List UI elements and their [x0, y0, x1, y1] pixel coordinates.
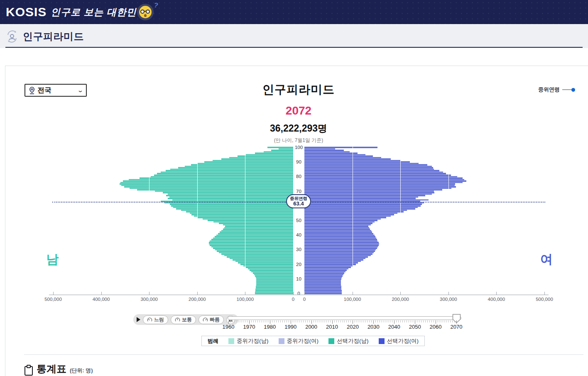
timeline-tick: [373, 320, 374, 324]
pyramid-bar-male-age-12: [255, 275, 293, 277]
timeline-tick: [402, 320, 403, 322]
pyramid-bar-male-age-37: [211, 239, 293, 240]
pyramid-bar-male-age-29: [217, 250, 293, 252]
speed-fast-button[interactable]: 빠름: [198, 315, 224, 324]
location-pin-icon: [29, 87, 35, 94]
population-pyramid-chart: 0102030405060708090100 중위연령 63.4 500,000…: [53, 146, 544, 294]
pyramid-bar-male-age-84: [166, 170, 293, 171]
pyramid-bar-female-age-25: [304, 256, 368, 258]
pyramid-bar-male-age-16: [250, 269, 293, 271]
age-tick-label: 0: [293, 291, 304, 296]
gauge-icon: [203, 317, 208, 322]
timeline-tick: [338, 320, 339, 322]
pyramid-bar-male-age-53: [194, 215, 293, 217]
pyramid-bar-male-age-80: [151, 176, 293, 178]
timeline-tick: [251, 320, 252, 322]
timeline-tick: [448, 320, 448, 322]
pyramid-bar-female-age-75: [304, 183, 455, 185]
pyramid-bar-female-age-89: [304, 163, 419, 164]
pyramid-bar-male-age-56: [186, 211, 293, 212]
pyramid-bar-male-age-93: [229, 157, 293, 159]
pyramid-bar-male-age-50: [208, 220, 293, 221]
timeline-tick: [243, 320, 243, 322]
pyramid-bar-female-age-8: [304, 281, 341, 283]
pyramid-bar-female-age-87: [304, 166, 432, 167]
timeline-tick: [388, 320, 388, 322]
pyramid-bar-male-age-65: [168, 198, 293, 199]
play-button[interactable]: [137, 317, 140, 322]
pyramid-bar-male-age-85: [170, 168, 293, 170]
pyramid-bar-male-age-44: [223, 228, 293, 230]
speed-normal-button[interactable]: 보통: [171, 315, 196, 324]
pyramid-bar-male-age-81: [154, 174, 293, 176]
pyramid-bar-male-age-98: [271, 149, 293, 151]
x-axis-tick: [544, 292, 545, 295]
timeline-tick: [404, 320, 405, 322]
timeline-tick: [390, 320, 390, 322]
timeline-tick: [282, 320, 283, 322]
pyramid-bar-female-age-37: [304, 239, 377, 240]
pyramid-bar-male-age-11: [256, 277, 293, 278]
pyramid-bar-male-age-94: [238, 155, 293, 157]
timeline-year-label: 2010: [323, 324, 341, 330]
pyramid-bar-male-age-66: [169, 196, 293, 198]
pyramid-bar-male-age-90: [204, 161, 293, 163]
timeline-year-label: 1990: [282, 324, 300, 330]
pyramid-bar-female-age-69: [304, 192, 434, 193]
pyramid-bar-female-age-46: [304, 225, 368, 227]
legend-title: 범례: [208, 337, 218, 345]
pyramid-bar-male-age-7: [256, 283, 293, 284]
timeline-tick: [334, 320, 335, 322]
pyramid-bar-female-age-53: [304, 215, 391, 217]
pyramid-bar-male-age-75: [120, 183, 293, 185]
pyramid-bar-male-age-47: [223, 224, 293, 226]
pyramid-bar-male-age-33: [210, 244, 293, 246]
pyramid-bar-male-age-27: [221, 253, 293, 255]
pyramid-bar-male-age-87: [185, 166, 293, 167]
x-axis-label: 500,000: [530, 297, 559, 302]
pyramid-bar-male-age-13: [254, 274, 293, 276]
kosis-logo[interactable]: KOSIS: [6, 5, 47, 19]
timeline-year-label: 2050: [406, 324, 424, 330]
timeline-tick: [230, 320, 231, 322]
timeline-tick: [350, 320, 351, 322]
pyramid-bar-female-age-11: [304, 277, 342, 278]
chevron-down-icon: ⌄: [77, 87, 83, 93]
pyramid-bar-female-age-39: [304, 236, 375, 237]
pyramid-bar-female-age-70: [304, 190, 434, 192]
section-divider: [24, 354, 583, 355]
pyramid-bar-female-age-76: [304, 182, 463, 183]
timeline-tick: [417, 320, 417, 322]
region-select[interactable]: 전국 ⌄: [24, 84, 87, 97]
pyramid-bar-male-age-100: [267, 146, 293, 148]
x-axis-tick: [400, 292, 401, 295]
timeline-tick: [454, 320, 455, 322]
chart-gridline: [101, 146, 102, 294]
pyramid-bar-female-age-80: [304, 176, 457, 178]
timeline-tick: [407, 320, 407, 322]
pyramid-bar-male-age-46: [225, 225, 293, 227]
pyramid-bar-male-age-48: [219, 222, 293, 224]
page-title: 인구피라미드: [23, 30, 84, 43]
pyramid-bar-female-age-73: [304, 186, 456, 188]
pyramid-bar-male-age-20: [240, 264, 293, 265]
chart-note: (만 나이, 7월1일 기준): [274, 137, 323, 144]
pyramid-bar-male-age-59: [173, 207, 293, 208]
kosis-population-pyramid-page: KOSIS 인구로 보는 대한민국 ? 인구피라미드: [0, 0, 588, 376]
timeline-slider-track[interactable]: [228, 316, 461, 320]
nerd-face-emoji-icon: ?: [137, 4, 154, 20]
timeline-tick: [311, 320, 312, 324]
pyramid-bar-female-age-7: [304, 283, 341, 284]
timeline-tick: [268, 320, 268, 322]
speed-slow-button[interactable]: 느림: [143, 315, 168, 324]
header-slogan: 인구로 보는 대한민국: [51, 6, 147, 19]
pyramid-bar-female-age-88: [304, 164, 427, 166]
pyramid-bar-female-age-81: [304, 174, 451, 176]
pyramid-bar-male-age-10: [256, 278, 293, 280]
pyramid-bar-female-age-43: [304, 230, 371, 232]
median-age-badge: 중위연령 63.4: [286, 194, 311, 208]
pyramid-bar-female-age-50: [304, 220, 377, 221]
pyramid-bar-female-age-18: [304, 266, 351, 268]
pyramid-bar-female-age-78: [304, 179, 464, 181]
pyramid-bar-female-age-98: [304, 149, 344, 151]
